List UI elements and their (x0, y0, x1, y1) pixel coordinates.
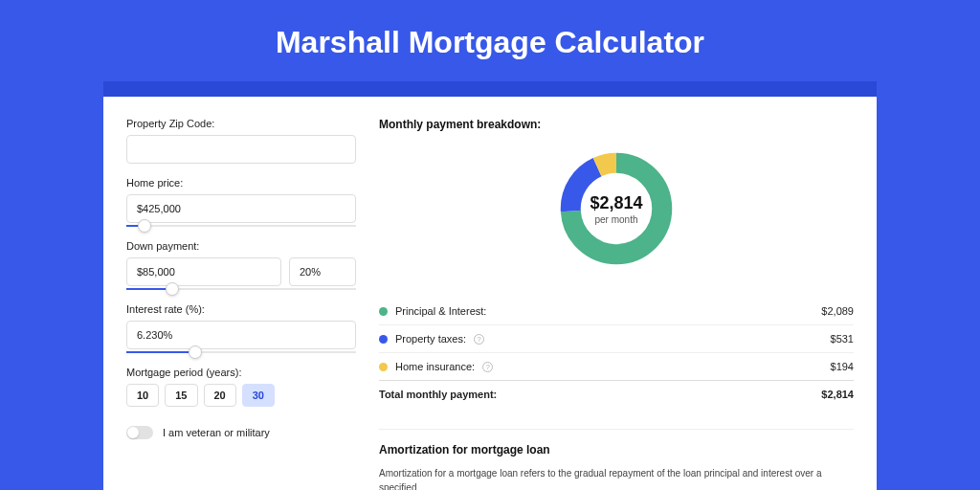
legend-label: Home insurance: (395, 361, 475, 372)
legend-value: $2,089 (821, 305, 854, 317)
period-button-15[interactable]: 15 (165, 384, 197, 407)
rate-slider[interactable] (126, 351, 356, 353)
zip-label: Property Zip Code: (126, 118, 356, 129)
dp-label: Down payment: (126, 240, 356, 252)
donut-center-sub: per month (594, 214, 637, 225)
price-slider[interactable] (126, 225, 356, 227)
info-icon[interactable]: ? (474, 334, 484, 345)
legend-row: Property taxes:?$531 (379, 324, 854, 352)
dp-slider[interactable] (126, 288, 356, 290)
veteran-toggle[interactable] (126, 426, 153, 439)
legend-value: $194 (831, 361, 854, 372)
legend-total-value: $2,814 (821, 389, 854, 400)
legend: Principal & Interest:$2,089Property taxe… (379, 298, 854, 408)
period-field: Mortgage period (years): 10152030 (126, 367, 356, 407)
rate-field: Interest rate (%): (126, 303, 356, 353)
breakdown-title: Monthly payment breakdown: (379, 118, 854, 131)
period-button-20[interactable]: 20 (204, 384, 236, 407)
period-label: Mortgage period (years): (126, 367, 356, 378)
price-label: Home price: (126, 177, 356, 189)
zip-field: Property Zip Code: (126, 118, 356, 164)
veteran-label: I am veteran or military (163, 427, 270, 438)
price-field: Home price: (126, 177, 356, 227)
calculator-card: Property Zip Code: Home price: Down paym… (103, 97, 877, 490)
page-title: Marshall Mortgage Calculator (0, 0, 980, 81)
info-icon[interactable]: ? (482, 362, 493, 372)
legend-row: Home insurance:?$194 (379, 352, 854, 380)
donut-chart: $2,814 per month (379, 141, 854, 286)
legend-label: Property taxes: (395, 333, 466, 345)
legend-value: $531 (831, 333, 854, 345)
form-panel: Property Zip Code: Home price: Down paym… (126, 118, 356, 490)
rate-label: Interest rate (%): (126, 303, 356, 315)
donut-center-value: $2,814 (590, 193, 642, 213)
period-button-30[interactable]: 30 (242, 384, 275, 407)
legend-dot (379, 335, 388, 344)
breakdown-panel: Monthly payment breakdown: $2,814 per mo… (379, 118, 854, 490)
legend-row: Principal & Interest:$2,089 (379, 298, 854, 324)
legend-total-label: Total monthly payment: (379, 389, 497, 400)
amortization-title: Amortization for mortgage loan (379, 443, 854, 457)
rate-input[interactable] (126, 321, 356, 349)
dp-amount-input[interactable] (126, 257, 281, 286)
slider-thumb[interactable] (138, 219, 151, 233)
price-input[interactable] (126, 194, 356, 223)
legend-total-row: Total monthly payment:$2,814 (379, 380, 854, 408)
veteran-row: I am veteran or military (126, 426, 356, 439)
slider-thumb[interactable] (166, 282, 179, 296)
content-band: Property Zip Code: Home price: Down paym… (103, 81, 877, 490)
period-button-10[interactable]: 10 (126, 384, 159, 407)
legend-label: Principal & Interest: (395, 305, 486, 317)
amortization-section: Amortization for mortgage loan Amortizat… (379, 429, 854, 490)
downpayment-field: Down payment: (126, 240, 356, 290)
dp-percent-input[interactable] (289, 257, 356, 286)
slider-thumb[interactable] (189, 345, 202, 359)
legend-dot (379, 363, 388, 371)
zip-input[interactable] (126, 135, 356, 164)
amortization-text: Amortization for a mortgage loan refers … (379, 466, 854, 490)
legend-dot (379, 307, 388, 316)
